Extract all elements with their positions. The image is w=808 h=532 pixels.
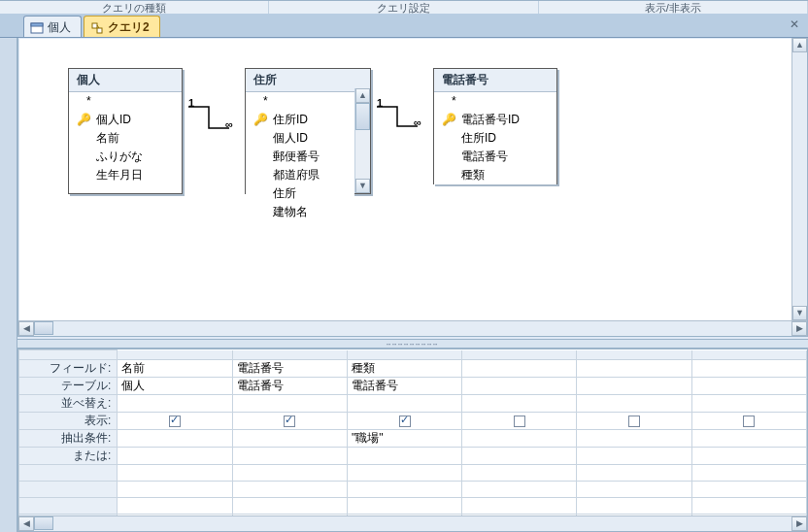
grid-cell[interactable] [577,465,691,482]
vertical-scrollbar[interactable]: ▲ ▼ [791,38,807,320]
field-row[interactable]: 個人ID [246,129,354,148]
field-row[interactable]: 🔑個人ID [69,111,182,129]
grid-cell[interactable] [462,465,577,482]
grid-cell[interactable] [462,378,577,395]
grid-cell[interactable] [577,413,691,430]
grid-cell[interactable] [118,430,232,448]
grid-cell[interactable] [118,482,232,498]
scroll-up-icon[interactable]: ▲ [792,38,807,52]
column-selector[interactable] [691,350,806,360]
grid-cell[interactable] [118,413,232,430]
grid-cell[interactable] [232,413,347,430]
column-selector[interactable] [462,350,577,360]
grid-cell[interactable]: "職場" [347,430,461,448]
grid-cell[interactable] [347,448,461,465]
field-row[interactable]: 名前 [69,129,182,148]
field-row[interactable]: 🔑住所ID [246,111,354,129]
field-row[interactable]: 都道府県 [246,166,354,184]
grid-cell[interactable] [691,430,806,448]
grid-cell[interactable]: 名前 [118,360,232,378]
grid-cell[interactable] [232,498,347,515]
diagram-canvas[interactable]: 個人*🔑個人ID名前ふりがな生年月日住所*🔑住所ID個人ID郵便番号都道府県住所… [19,39,791,320]
grid-cell[interactable] [691,448,806,465]
grid-cell[interactable] [462,360,577,378]
grid-cell[interactable] [691,465,806,482]
field-row[interactable]: 建物名 [246,203,354,221]
field-row[interactable]: 生年月日 [69,166,182,184]
scroll-thumb[interactable] [34,516,53,530]
grid-cell[interactable] [347,395,461,413]
tab-kojin[interactable]: 個人 [23,16,82,37]
field-row[interactable]: 電話番号 [434,148,556,166]
scroll-right-icon[interactable]: ▶ [791,516,807,531]
grid-cell[interactable] [577,395,691,413]
grid-cell[interactable] [232,448,347,465]
grid-cell[interactable] [347,465,461,482]
grid-cell[interactable]: 電話番号 [232,378,347,395]
field-row[interactable]: 郵便番号 [246,148,354,166]
navigation-pane-collapsed[interactable] [0,38,17,532]
grid-cell[interactable] [462,413,577,430]
show-checkbox[interactable] [169,416,181,427]
scroll-thumb[interactable] [355,103,370,130]
field-row[interactable]: * [434,92,556,111]
grid-cell[interactable] [118,448,232,465]
scroll-left-icon[interactable]: ◀ [18,321,34,336]
grid-cell[interactable] [347,498,461,515]
grid-cell[interactable] [577,360,691,378]
field-row[interactable]: * [69,92,182,111]
field-row[interactable]: 住所 [246,184,354,203]
scroll-thumb[interactable] [34,321,53,335]
grid-cell[interactable] [347,413,461,430]
grid-cell[interactable] [462,448,577,465]
field-row[interactable]: 🔑電話番号ID [434,111,556,129]
field-row[interactable]: 住所ID [434,129,556,148]
grid-cell[interactable] [232,465,347,482]
pane-splitter[interactable]: ┅┅┅┅┅┅┅┅┅ [17,339,808,349]
show-checkbox[interactable] [628,416,640,427]
scroll-right-icon[interactable]: ▶ [791,321,807,336]
grid-cell[interactable] [118,465,232,482]
grid-cell[interactable] [118,395,232,413]
table-denwa[interactable]: 電話番号*🔑電話番号ID住所ID電話番号種類 [433,68,557,184]
horizontal-scrollbar[interactable]: ◀ ▶ [18,515,807,531]
design-grid-table[interactable]: フィールド:名前電話番号種類テーブル:個人電話番号電話番号並べ替え:表示:抽出条… [18,349,807,515]
grid-cell[interactable] [691,413,806,430]
grid-cell[interactable]: 電話番号 [232,360,347,378]
grid-cell[interactable] [691,498,806,515]
vertical-scrollbar[interactable]: ▲▼ [354,88,370,193]
grid-cell[interactable] [691,395,806,413]
grid-cell[interactable] [577,448,691,465]
grid-cell[interactable] [462,395,577,413]
grid-cell[interactable] [577,482,691,498]
grid-cell[interactable]: 個人 [118,378,232,395]
grid-cell[interactable] [462,430,577,448]
grid-cell[interactable] [462,498,577,515]
horizontal-scrollbar[interactable]: ◀ ▶ [18,320,807,336]
show-checkbox[interactable] [284,416,295,427]
grid-cell[interactable] [691,378,806,395]
table-kojin[interactable]: 個人*🔑個人ID名前ふりがな生年月日 [68,68,183,194]
show-checkbox[interactable] [743,416,755,427]
grid-cell[interactable] [232,395,347,413]
scroll-left-icon[interactable]: ◀ [18,516,34,531]
grid-cell[interactable] [577,498,691,515]
scroll-up-icon[interactable]: ▲ [355,88,370,103]
column-selector[interactable] [118,350,232,360]
tab-query2[interactable]: クエリ2 [84,16,160,37]
table-jusho[interactable]: 住所*🔑住所ID個人ID郵便番号都道府県住所建物名▲▼ [245,68,371,194]
grid-cell[interactable] [691,360,806,378]
field-row[interactable]: ふりがな [69,148,182,166]
grid-cell[interactable] [232,482,347,498]
grid-cell[interactable] [232,430,347,448]
grid-cell[interactable] [462,482,577,498]
grid-cell[interactable]: 種類 [347,360,461,378]
scroll-down-icon[interactable]: ▼ [355,179,370,193]
grid-cell[interactable] [347,482,461,498]
field-row[interactable]: 種類 [434,166,556,184]
column-selector[interactable] [347,350,461,360]
column-selector[interactable] [232,350,347,360]
grid-cell[interactable]: 電話番号 [347,378,461,395]
grid-cell[interactable] [691,482,806,498]
scroll-down-icon[interactable]: ▼ [792,306,807,320]
